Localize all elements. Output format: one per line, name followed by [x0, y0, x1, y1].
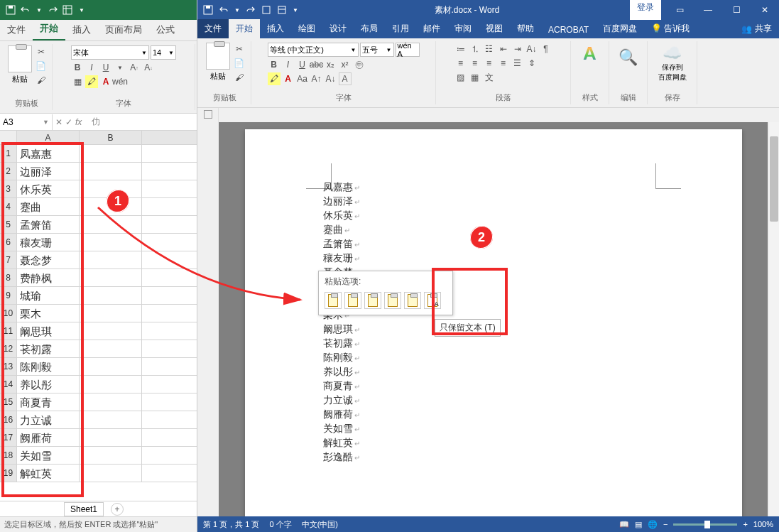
w-clearformat[interactable]: A: [339, 72, 352, 85]
word-tab-baidu[interactable]: 百度网盘: [596, 19, 644, 38]
inc-indent-icon[interactable]: ⇥: [511, 43, 524, 55]
excel-name-box[interactable]: A3▼: [0, 114, 53, 130]
w-italic[interactable]: I: [282, 58, 295, 71]
excel-tab-home[interactable]: 开始: [33, 18, 65, 40]
cut-icon[interactable]: ✂: [35, 45, 48, 58]
copy-icon[interactable]: 📄: [35, 60, 48, 72]
cell[interactable]: 阚思琪: [17, 322, 80, 340]
vertical-scrollbar[interactable]: [768, 122, 779, 516]
border-button[interactable]: ▦: [71, 75, 84, 88]
cell[interactable]: 陈刚毅: [17, 358, 80, 375]
cell[interactable]: [80, 340, 142, 357]
tab-selector-icon[interactable]: [204, 110, 212, 119]
cell[interactable]: [80, 376, 142, 393]
doc-line[interactable]: 陈刚毅: [323, 351, 664, 365]
w-enclose[interactable]: ㊥: [353, 58, 366, 71]
word-share-button[interactable]: 👥 共享: [734, 19, 779, 38]
col-header-b[interactable]: B: [80, 131, 142, 144]
cell[interactable]: 孟箫笛: [17, 216, 80, 233]
cell[interactable]: [80, 447, 142, 464]
align-right-icon[interactable]: ≡: [483, 57, 496, 70]
doc-line[interactable]: 养以彤: [323, 365, 664, 379]
fx-icon[interactable]: fx: [75, 117, 82, 127]
word-tab-review[interactable]: 审阅: [447, 19, 479, 38]
cell[interactable]: [80, 411, 142, 428]
format-painter-icon[interactable]: 🖌: [35, 74, 48, 87]
row-header[interactable]: 14: [0, 376, 17, 393]
doc-line[interactable]: 凤嘉惠: [323, 180, 664, 195]
word-tab-mail[interactable]: 邮件: [416, 19, 447, 38]
page-count[interactable]: 第 1 页，共 1 页: [203, 519, 259, 530]
chinese-layout-icon[interactable]: 文: [483, 71, 496, 84]
cell[interactable]: 费静枫: [17, 269, 80, 286]
justify-icon[interactable]: ≡: [497, 57, 510, 70]
excel-tab-file[interactable]: 文件: [0, 19, 33, 40]
doc-line[interactable]: 关如雪: [323, 422, 664, 436]
paste-link-keep-source[interactable]: [364, 292, 381, 309]
w-underline[interactable]: U: [296, 58, 309, 71]
word-tab-draw[interactable]: 绘图: [291, 19, 322, 38]
redo-icon[interactable]: [48, 5, 58, 15]
multilevel-icon[interactable]: ☷: [483, 43, 496, 55]
cell[interactable]: 养以彤: [17, 376, 80, 393]
excel-font-family-select[interactable]: 宋体▼: [71, 45, 149, 60]
row-header[interactable]: 1: [0, 145, 17, 162]
row-header[interactable]: 19: [0, 465, 17, 482]
doc-line[interactable]: 力立诚: [323, 393, 664, 408]
cell[interactable]: [80, 322, 142, 340]
language-status[interactable]: 中文(中国): [302, 519, 338, 530]
vertical-ruler[interactable]: [197, 122, 219, 516]
align-left-icon[interactable]: ≡: [454, 57, 467, 70]
line-spacing-icon[interactable]: ⇕: [525, 57, 538, 70]
w-sup[interactable]: x²: [339, 58, 352, 71]
word-format-painter-icon[interactable]: 🖌: [233, 71, 246, 84]
bold-button[interactable]: B: [71, 61, 84, 74]
row-header[interactable]: 4: [0, 198, 17, 215]
bullets-icon[interactable]: ≔: [454, 43, 467, 55]
cell[interactable]: 蹇曲: [17, 198, 80, 215]
w-shrinkfont[interactable]: A↓: [325, 72, 337, 85]
row-header[interactable]: 6: [0, 234, 17, 251]
paste-keep-source-formatting[interactable]: [325, 292, 342, 309]
cell[interactable]: 凤嘉惠: [17, 145, 80, 162]
doc-line[interactable]: 商夏青: [323, 379, 664, 393]
doc-line[interactable]: 解虹英: [323, 436, 664, 450]
row-header[interactable]: 2: [0, 163, 17, 180]
row-header[interactable]: 12: [0, 340, 17, 357]
cell[interactable]: 城瑜: [17, 287, 80, 304]
row-header[interactable]: 18: [0, 447, 17, 464]
login-button[interactable]: 登录: [630, 0, 661, 20]
fx-cancel[interactable]: ✕: [55, 117, 62, 127]
word-tab-file[interactable]: 文件: [197, 19, 229, 38]
undo-dropdown-icon[interactable]: ▼: [34, 5, 44, 15]
word-tab-view[interactable]: 视图: [479, 19, 510, 38]
word-undo-dd[interactable]: ▼: [234, 7, 240, 13]
word-qat-icon2[interactable]: [277, 5, 287, 15]
paste-keep-text-only[interactable]: [424, 292, 441, 309]
zoom-slider[interactable]: [673, 523, 737, 526]
cell[interactable]: 休乐英: [17, 180, 80, 197]
w-highlight[interactable]: 🖍: [268, 72, 280, 85]
row-header[interactable]: 13: [0, 358, 17, 375]
italic-button[interactable]: I: [85, 61, 98, 74]
row-header[interactable]: 8: [0, 269, 17, 286]
cell[interactable]: 苌初露: [17, 340, 80, 357]
cell[interactable]: 边丽泽: [17, 163, 80, 180]
cell[interactable]: 阙雁荷: [17, 429, 80, 446]
doc-line[interactable]: 边丽泽: [323, 195, 664, 209]
zoom-in-button[interactable]: +: [743, 520, 747, 528]
word-tab-design[interactable]: 设计: [322, 19, 354, 38]
zoom-level[interactable]: 100%: [753, 520, 773, 528]
close-button[interactable]: ✕: [751, 0, 779, 20]
cell[interactable]: [80, 358, 142, 375]
row-header[interactable]: 3: [0, 180, 17, 197]
paste-picture[interactable]: [404, 292, 421, 309]
align-center-icon[interactable]: ≡: [469, 57, 481, 70]
fx-accept[interactable]: ✓: [65, 117, 72, 127]
excel-tab-insert[interactable]: 插入: [65, 19, 98, 40]
w-bold[interactable]: B: [268, 58, 280, 71]
view-web-icon[interactable]: 🌐: [648, 520, 658, 529]
excel-tab-formula[interactable]: 公式: [149, 19, 182, 40]
doc-line[interactable]: 彭逸酷: [323, 450, 664, 465]
col-header-a[interactable]: A: [17, 131, 80, 144]
